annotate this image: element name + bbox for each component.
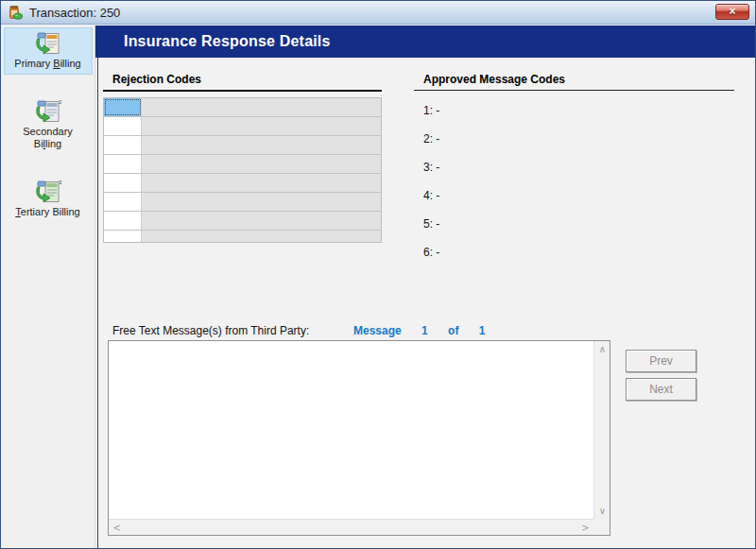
scrollbar-corner — [593, 519, 610, 535]
rejection-code-cell[interactable] — [104, 193, 142, 211]
free-text-box: ∧ ∨ < > — [108, 340, 610, 536]
billing-report-2-icon: 2 — [6, 99, 91, 124]
scroll-up-icon[interactable]: ∧ — [594, 341, 610, 357]
rejection-table[interactable] — [103, 97, 382, 243]
message-current: 1 — [421, 324, 428, 337]
rejection-code-cell[interactable] — [104, 155, 142, 173]
rejection-code-cell[interactable] — [104, 117, 142, 135]
rejection-desc-cell[interactable] — [142, 212, 381, 230]
sidebar-item-label: Billing — [6, 138, 91, 150]
approved-list: 1: -2: -3: -4: -5: -6: - — [414, 100, 734, 270]
svg-text:2: 2 — [59, 99, 62, 105]
approved-code-item: 5: - — [414, 214, 734, 242]
rejection-desc-cell[interactable] — [142, 193, 381, 211]
rejection-desc-cell[interactable] — [142, 231, 381, 243]
scroll-down-icon[interactable]: ∨ — [594, 503, 610, 519]
window-title: Transaction: 250 — [29, 6, 120, 20]
prev-button[interactable]: Prev — [626, 350, 696, 372]
dialog-body: Primary Billing 2 Secondary — [1, 26, 755, 548]
svg-text:3: 3 — [59, 180, 62, 185]
rejection-desc-cell[interactable] — [142, 98, 381, 116]
sidebar-item-secondary-billing[interactable]: 2 Secondary Billing — [4, 95, 93, 155]
billing-sidebar: Primary Billing 2 Secondary — [1, 26, 95, 548]
horizontal-scrollbar[interactable]: < > — [109, 519, 593, 535]
heading-rule — [103, 90, 382, 92]
free-text-label-row: Free Text Message(s) from Third Party: M… — [112, 324, 623, 337]
approved-code-item: 2: - — [414, 129, 734, 157]
sidebar-item-tertiary-billing[interactable]: 3 Tertiary Billing — [4, 176, 93, 223]
rejection-desc-cell[interactable] — [142, 117, 381, 135]
message-nav-label: Message — [353, 324, 402, 337]
transaction-dialog: Transaction: 250 × Primary Bill — [0, 0, 756, 549]
approved-code-item: 4: - — [414, 185, 734, 214]
table-row[interactable] — [104, 136, 381, 155]
message-counter: Message 1 of 1 — [353, 324, 485, 337]
message-total: 1 — [479, 324, 486, 337]
sidebar-item-label: Primary Billing — [6, 58, 91, 70]
table-row[interactable] — [104, 231, 381, 243]
sidebar-item-label: Secondary — [6, 126, 91, 138]
rejection-desc-cell[interactable] — [142, 174, 381, 192]
free-text-area[interactable] — [109, 341, 593, 519]
rejection-codes-heading: Rejection Codes — [103, 73, 382, 90]
billing-report-icon — [6, 31, 91, 56]
approved-code-item: 3: - — [414, 157, 734, 185]
sidebar-item-label: Tertiary Billing — [6, 206, 91, 218]
sidebar-item-primary-billing[interactable]: Primary Billing — [4, 27, 93, 75]
page-title: Insurance Response Details — [95, 26, 755, 58]
approved-code-item: 6: - — [414, 242, 734, 270]
billing-report-3-icon: 3 — [6, 180, 91, 204]
free-text-label: Free Text Message(s) from Third Party: — [112, 324, 309, 337]
rejection-code-cell[interactable] — [104, 231, 142, 243]
approved-codes-section: Approved Message Codes 1: -2: -3: -4: -5… — [414, 73, 734, 270]
rejection-codes-section: Rejection Codes — [103, 73, 382, 243]
panel-divider — [97, 57, 98, 548]
approved-codes-heading: Approved Message Codes — [414, 73, 734, 90]
rejection-code-cell[interactable] — [104, 212, 142, 230]
table-row[interactable] — [104, 155, 381, 174]
table-row[interactable] — [104, 117, 381, 136]
title-bar[interactable]: Transaction: 250 × — [1, 1, 755, 25]
table-row[interactable] — [104, 193, 381, 212]
rejection-desc-cell[interactable] — [142, 155, 381, 173]
close-button[interactable]: × — [715, 4, 749, 20]
scroll-right-icon[interactable]: > — [577, 520, 593, 536]
approved-code-item: 1: - — [414, 100, 734, 129]
table-row[interactable] — [104, 212, 381, 231]
vertical-scrollbar[interactable]: ∧ ∨ — [593, 341, 610, 519]
heading-rule — [414, 90, 734, 91]
message-of-label: of — [448, 324, 458, 337]
table-row[interactable] — [104, 174, 381, 193]
scroll-left-icon[interactable]: < — [109, 520, 125, 536]
rejection-code-cell[interactable] — [104, 136, 142, 154]
next-button[interactable]: Next — [626, 378, 696, 401]
rejection-code-cell[interactable] — [104, 98, 142, 116]
rejection-code-cell[interactable] — [104, 174, 142, 192]
rejection-desc-cell[interactable] — [142, 136, 381, 154]
table-row[interactable] — [104, 98, 381, 117]
pill-bottle-icon — [8, 5, 24, 21]
main-panel: Insurance Response Details Rejection Cod… — [95, 26, 755, 548]
